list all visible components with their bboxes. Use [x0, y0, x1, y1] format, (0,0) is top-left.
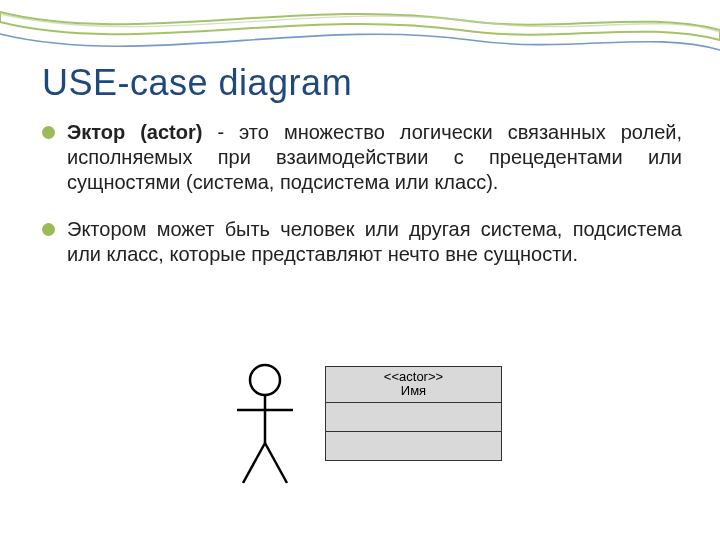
- bullet-dot-icon: [42, 126, 55, 139]
- actor-box-compartment: [326, 432, 501, 460]
- actor-box-compartment: [326, 403, 501, 432]
- bullet-item: Эктор (actor) - это множество логически …: [42, 120, 682, 195]
- actor-class-box: <<actor>> Имя: [325, 366, 502, 461]
- actor-figure: <<actor>> Имя: [225, 358, 525, 488]
- bullet-item: Эктором может быть человек или другая си…: [42, 217, 682, 267]
- actor-stereotype: <<actor>>: [384, 370, 443, 384]
- svg-line-4: [265, 443, 287, 483]
- slide-body: Эктор (actor) - это множество логически …: [42, 120, 682, 289]
- bullet-text: Эктором может быть человек или другая си…: [67, 217, 682, 267]
- svg-line-3: [243, 443, 265, 483]
- bullet-text: Эктор (actor) - это множество логически …: [67, 120, 682, 195]
- bullet-dot-icon: [42, 223, 55, 236]
- bullet-bold: Эктор (actor): [67, 121, 202, 143]
- svg-point-0: [250, 365, 280, 395]
- bullet-rest: Эктором может быть человек или другая си…: [67, 218, 682, 265]
- stick-figure-icon: [225, 358, 305, 488]
- slide-title: USE-case diagram: [42, 62, 352, 104]
- actor-name: Имя: [401, 384, 426, 398]
- actor-box-header: <<actor>> Имя: [326, 367, 501, 403]
